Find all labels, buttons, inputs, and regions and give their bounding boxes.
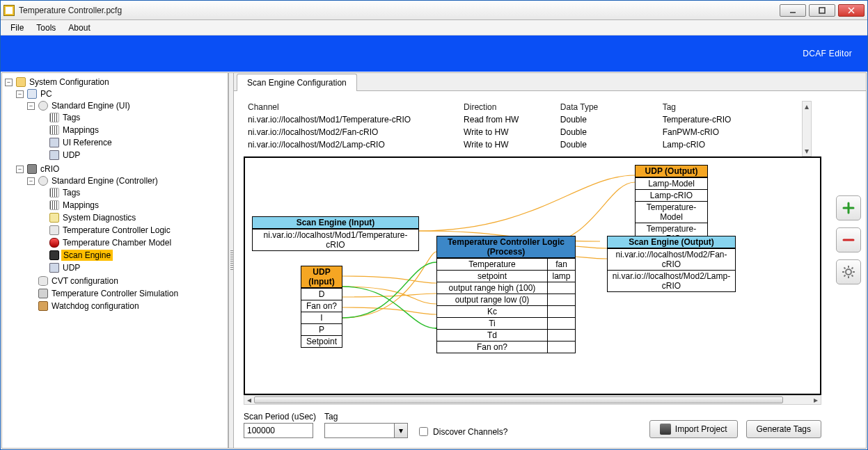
splitter[interactable]: [228, 73, 234, 448]
diagram-hscroll[interactable]: ◂ ▸: [244, 395, 821, 405]
dots-icon: [49, 113, 59, 122]
menu-about[interactable]: About: [63, 22, 95, 34]
import-icon: [660, 424, 671, 435]
block-process[interactable]: Temperature Controller Logic (Process) T…: [436, 236, 576, 353]
maximize-button[interactable]: [809, 4, 835, 17]
tree-crio-watchdog[interactable]: Watchdog configuration: [27, 300, 226, 312]
block-scan-input[interactable]: Scan Engine (Input) ni.var.io://localhos…: [252, 216, 419, 251]
gear-icon: [38, 176, 48, 186]
gear-icon: [38, 101, 48, 111]
close-button[interactable]: [838, 4, 865, 17]
table-row[interactable]: ni.var.io://localhost/Mod1/Temperature-c…: [244, 113, 812, 126]
window-buttons: [780, 4, 865, 17]
body: −System Configuration −PC −Standard Engi…: [1, 72, 867, 449]
monitor-icon: [49, 150, 59, 160]
tree-crio[interactable]: −cRIO: [16, 163, 226, 175]
scroll-right-icon[interactable]: ▸: [811, 395, 821, 405]
block-udp-input[interactable]: UDP (Input) D Fan on? I P Setpoint: [301, 266, 342, 348]
menubar: File Tools About: [1, 20, 867, 35]
folder-icon: [16, 77, 26, 87]
side-toolbar: [831, 91, 866, 448]
remove-button[interactable]: [836, 227, 861, 252]
table-row[interactable]: ni.var.io://localhost/Mod2/Lamp-cRIOWrit…: [244, 138, 812, 151]
tree-crio-model[interactable]: Temperature Chamber Model: [38, 237, 226, 248]
tree-pc-mappings[interactable]: Mappings: [38, 124, 226, 136]
table-header-row: Channel Direction Data Type Tag: [244, 101, 812, 113]
th-direction[interactable]: Direction: [459, 101, 556, 113]
block-header: Scan Engine (Output): [608, 236, 735, 248]
scroll-left-icon[interactable]: ◂: [244, 395, 254, 405]
thermometer-icon: [49, 238, 59, 248]
app-icon: [3, 5, 15, 16]
diagram-canvas[interactable]: Scan Engine (Input) ni.var.io://localhos…: [244, 156, 821, 395]
scroll-thumb[interactable]: [254, 396, 783, 403]
tree-pc[interactable]: −PC: [16, 88, 226, 99]
dots-icon: [49, 125, 59, 135]
discover-channels-checkbox[interactable]: Discover Channels?: [416, 425, 507, 438]
scroll-down-icon[interactable]: ▾: [803, 146, 811, 156]
svg-line-14: [852, 268, 853, 269]
table-row[interactable]: ni.var.io://localhost/Mod2/Fan-cRIOWrite…: [244, 126, 812, 138]
titlebar[interactable]: Temperature Controller.pcfg: [1, 1, 867, 20]
monitor-icon: [49, 138, 59, 147]
tree-crio-engine[interactable]: −Standard Engine (Controller): [27, 175, 226, 186]
rio-icon: [27, 164, 37, 174]
tree-crio-sysdiag[interactable]: System Diagnostics: [38, 212, 226, 223]
tree-crio-scan[interactable]: Scan Engine: [38, 250, 226, 261]
chip-icon: [38, 289, 48, 298]
channel-table[interactable]: Channel Direction Data Type Tag ni.var.i…: [244, 101, 812, 151]
minus-icon: [842, 233, 855, 247]
dots-icon: [49, 188, 59, 198]
tree-pc-udp[interactable]: UDP: [38, 150, 226, 161]
svg-line-13: [852, 275, 853, 277]
dots-icon: [49, 200, 59, 210]
add-button[interactable]: [836, 195, 861, 220]
block-header: Temperature Controller Logic (Process): [437, 236, 575, 258]
right-pane: Scan Engine Configuration Channel Direct…: [234, 73, 866, 448]
monitor-icon: [49, 263, 59, 273]
banner: DCAF Editor: [1, 35, 867, 72]
scan-period-field: Scan Period (uSec): [244, 412, 316, 438]
tree-crio-cvt[interactable]: CVT configuration: [27, 275, 226, 287]
tag-label: Tag: [324, 412, 408, 421]
block-scan-output[interactable]: Scan Engine (Output) ni.var.io://localho…: [607, 236, 736, 292]
tree-crio-logic[interactable]: Temperature Controller Logic: [38, 225, 226, 236]
tree-crio-tags[interactable]: Tags: [38, 187, 226, 198]
scroll-up-icon[interactable]: ▴: [803, 102, 811, 111]
discover-checkbox-input[interactable]: [419, 427, 428, 436]
tree-root[interactable]: −System Configuration: [5, 77, 226, 88]
content: Channel Direction Data Type Tag ni.var.i…: [234, 91, 831, 448]
tree-crio-sim[interactable]: Temperature Controller Simulation: [27, 288, 226, 299]
menu-file[interactable]: File: [5, 22, 29, 34]
minimize-button[interactable]: [780, 4, 806, 17]
svg-line-12: [844, 268, 846, 269]
tree-pc-tags[interactable]: Tags: [38, 112, 226, 123]
block-udp-output[interactable]: UDP (Output) Lamp-Model Lamp-cRIO Temper…: [635, 165, 708, 245]
tree-pc-engine[interactable]: −Standard Engine (UI): [27, 100, 226, 111]
th-tag[interactable]: Tag: [658, 101, 812, 113]
banner-title: DCAF Editor: [803, 49, 852, 58]
discover-label: Discover Channels?: [433, 427, 507, 437]
pc-icon: [27, 89, 37, 99]
tree-crio-mappings[interactable]: Mappings: [38, 200, 226, 211]
tree-pane[interactable]: −System Configuration −PC −Standard Engi…: [2, 73, 228, 448]
th-channel[interactable]: Channel: [244, 101, 459, 113]
svg-rect-1: [819, 8, 825, 13]
menu-tools[interactable]: Tools: [31, 22, 61, 34]
th-datatype[interactable]: Data Type: [556, 101, 658, 113]
tab-scan-engine[interactable]: Scan Engine Configuration: [237, 74, 357, 91]
cog-icon: [49, 225, 59, 235]
tree-crio-udp[interactable]: UDP: [38, 262, 226, 273]
svg-line-15: [844, 275, 846, 277]
window-title: Temperature Controller.pcfg: [19, 6, 780, 15]
generate-tags-button[interactable]: Generate Tags: [746, 420, 822, 438]
tab-body: Channel Direction Data Type Tag ni.var.i…: [234, 91, 866, 448]
table-scrollbar[interactable]: ▴▾: [802, 101, 812, 156]
tag-dropdown-button[interactable]: ▾: [394, 423, 408, 438]
watchdog-icon: [38, 301, 48, 311]
tag-input[interactable]: [324, 423, 394, 438]
settings-button[interactable]: [836, 259, 861, 284]
import-project-button[interactable]: Import Project: [649, 420, 738, 438]
scan-period-input[interactable]: [244, 423, 313, 438]
tree-pc-uiref[interactable]: UI Reference: [38, 137, 226, 148]
